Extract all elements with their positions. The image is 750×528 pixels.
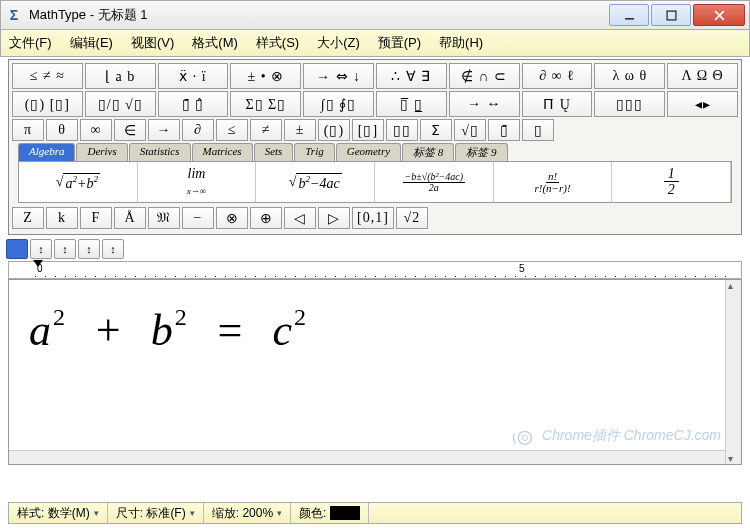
palette-operators[interactable]: ± • ⊗ xyxy=(230,63,301,89)
svg-point-4 xyxy=(518,431,531,444)
palette-embellish[interactable]: ẍ · ï xyxy=(158,63,229,89)
tab-geometry[interactable]: Geometry xyxy=(336,143,401,161)
tpl-matrices[interactable]: ▯▯▯ xyxy=(594,91,665,117)
equation[interactable]: a2 + b2 = c2 xyxy=(29,304,308,356)
sym-F[interactable]: F xyxy=(80,207,112,229)
watermark: Chrome插件 ChromeCJ.com xyxy=(508,426,721,446)
palette-relational[interactable]: ≤ ≠ ≈ xyxy=(12,63,83,89)
sym-pm[interactable]: ± xyxy=(284,119,316,141)
tpl-half[interactable]: 12 xyxy=(612,162,731,202)
close-button[interactable] xyxy=(693,4,745,26)
palette-logic[interactable]: ∴ ∀ ∃ xyxy=(376,63,447,89)
tpl-fractions[interactable]: ▯/▯ √▯ xyxy=(85,91,156,117)
tab-8[interactable]: 标签 8 xyxy=(402,143,454,161)
watermark-text: Chrome插件 ChromeCJ.com xyxy=(542,427,721,445)
sym-Z[interactable]: Z xyxy=(12,207,44,229)
sym-interval[interactable]: [0,1] xyxy=(352,207,394,229)
align-5-icon[interactable]: ↕ xyxy=(102,239,124,259)
sym-infty[interactable]: ∞ xyxy=(80,119,112,141)
svg-point-5 xyxy=(522,435,528,441)
menu-format[interactable]: 格式(M) xyxy=(192,34,238,52)
sym-sup[interactable]: ▯▯ xyxy=(386,119,418,141)
sym-paren[interactable]: (▯) xyxy=(318,119,350,141)
tpl-arrows[interactable]: → ↔ xyxy=(449,91,520,117)
status-size[interactable]: 尺寸: 标准(F) xyxy=(108,503,204,523)
align-1-icon[interactable] xyxy=(6,239,28,259)
palette-greek-upper[interactable]: Λ Ω Θ xyxy=(667,63,738,89)
sym-le[interactable]: ≤ xyxy=(216,119,248,141)
status-style[interactable]: 样式: 数学(M) xyxy=(9,503,108,523)
tpl-boxes[interactable]: ◂▸ xyxy=(667,91,738,117)
eq-eq: = xyxy=(215,306,247,355)
maximize-button[interactable] xyxy=(651,4,691,26)
sym-otimes[interactable]: ⊗ xyxy=(216,207,248,229)
tab-algebra[interactable]: Algebra xyxy=(18,143,75,161)
status-color[interactable]: 颜色: xyxy=(291,503,369,523)
palette-spaces[interactable]: ⌊ a b xyxy=(85,63,156,89)
sym-pi[interactable]: π xyxy=(12,119,44,141)
tab-sets[interactable]: Sets xyxy=(254,143,294,161)
status-zoom[interactable]: 缩放: 200% xyxy=(204,503,291,523)
ruler[interactable]: 0 5 xyxy=(8,261,742,279)
align-4-icon[interactable]: ↕ xyxy=(78,239,100,259)
minimize-button[interactable] xyxy=(609,4,649,26)
palette-row-1: ≤ ≠ ≈ ⌊ a b ẍ · ï ± • ⊗ → ⇔ ↓ ∴ ∀ ∃ ∉ ∩ … xyxy=(12,63,738,89)
symbol-palette: ≤ ≠ ≈ ⌊ a b ẍ · ï ± • ⊗ → ⇔ ↓ ∴ ∀ ∃ ∉ ∩ … xyxy=(8,59,742,235)
palette-set[interactable]: ∉ ∩ ⊂ xyxy=(449,63,520,89)
align-2-icon[interactable]: ↕ xyxy=(30,239,52,259)
sym-tri-left[interactable]: ◁ xyxy=(284,207,316,229)
tpl-integrals[interactable]: ∫▯ ∮▯ xyxy=(303,91,374,117)
bottom-symbol-row: Z k F Å 𝔐 − ⊗ ⊕ ◁ ▷ [0,1] √2 xyxy=(12,207,738,229)
menu-style[interactable]: 样式(S) xyxy=(256,34,299,52)
color-swatch xyxy=(330,506,360,520)
menu-size[interactable]: 大小(Z) xyxy=(317,34,360,52)
palette-arrows[interactable]: → ⇔ ↓ xyxy=(303,63,374,89)
sym-slot[interactable]: ▯ xyxy=(522,119,554,141)
palette-greek-lower[interactable]: λ ω θ xyxy=(594,63,665,89)
sym-ne[interactable]: ≠ xyxy=(250,119,282,141)
tpl-overbar[interactable]: ▯̅ ▯̲ xyxy=(376,91,447,117)
tpl-sums[interactable]: Σ▯ Σ▯ xyxy=(230,91,301,117)
tab-derivs[interactable]: Derivs xyxy=(76,143,127,161)
sym-bar[interactable]: ▯̄ xyxy=(488,119,520,141)
tab-trig[interactable]: Trig xyxy=(294,143,334,161)
ruler-tick-0: 0 xyxy=(37,263,43,274)
sym-in[interactable]: ∈ xyxy=(114,119,146,141)
tpl-quadratic[interactable]: −b±√(b²−4ac)2a xyxy=(375,162,494,202)
menu-edit[interactable]: 编辑(E) xyxy=(70,34,113,52)
menu-help[interactable]: 帮助(H) xyxy=(439,34,483,52)
equation-canvas[interactable]: a2 + b2 = c2 Chrome插件 ChromeCJ.com xyxy=(8,279,742,465)
sym-k[interactable]: k xyxy=(46,207,78,229)
sym-oplus[interactable]: ⊕ xyxy=(250,207,282,229)
sym-tri-right[interactable]: ▷ xyxy=(318,207,350,229)
menu-view[interactable]: 视图(V) xyxy=(131,34,174,52)
tab-statistics[interactable]: Statistics xyxy=(129,143,191,161)
tpl-scripts[interactable]: ▯̄ ▯̂ xyxy=(158,91,229,117)
tpl-limit[interactable]: limx→∞ xyxy=(138,162,257,202)
palette-misc[interactable]: ∂ ∞ ℓ xyxy=(522,63,593,89)
sym-M[interactable]: 𝔐 xyxy=(148,207,180,229)
sym-sum[interactable]: Σ̄ xyxy=(420,119,452,141)
sym-partial[interactable]: ∂ xyxy=(182,119,214,141)
menu-file[interactable]: 文件(F) xyxy=(9,34,52,52)
horizontal-scrollbar[interactable] xyxy=(9,450,725,464)
sym-A[interactable]: Å xyxy=(114,207,146,229)
sym-bracket[interactable]: [▯] xyxy=(352,119,384,141)
sym-arrow[interactable]: → xyxy=(148,119,180,141)
tpl-products[interactable]: Π̄ Ų xyxy=(522,91,593,117)
tab-9[interactable]: 标签 9 xyxy=(455,143,507,161)
sym-sqrt[interactable]: √▯ xyxy=(454,119,486,141)
sym-sqrt2[interactable]: √2 xyxy=(396,207,428,229)
tab-matrices[interactable]: Matrices xyxy=(192,143,253,161)
tpl-pythag[interactable]: √a2+b2 xyxy=(19,162,138,202)
tpl-discriminant[interactable]: √b2−4ac xyxy=(256,162,375,202)
vertical-scrollbar[interactable] xyxy=(725,280,741,464)
menu-prefs[interactable]: 预置(P) xyxy=(378,34,421,52)
align-3-icon[interactable]: ↕ xyxy=(54,239,76,259)
tpl-fences[interactable]: (▯) [▯] xyxy=(12,91,83,117)
sym-minus[interactable]: − xyxy=(182,207,214,229)
eq-b: b xyxy=(151,306,175,355)
svg-rect-1 xyxy=(667,11,676,20)
sym-theta[interactable]: θ xyxy=(46,119,78,141)
tpl-combinations[interactable]: n!r!(n−r)! xyxy=(494,162,613,202)
